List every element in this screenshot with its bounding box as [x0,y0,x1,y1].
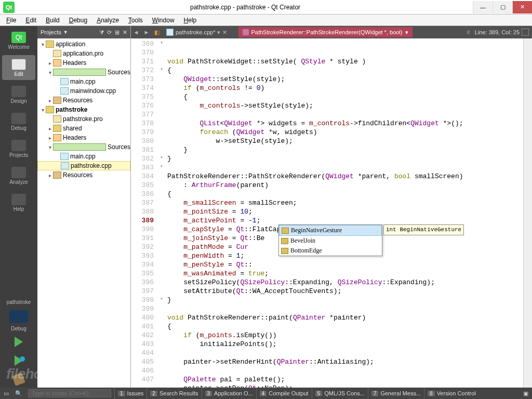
tree-item[interactable]: main.cpp [37,152,130,161]
locator-input[interactable] [28,389,111,397]
tree-item[interactable]: pathstroke.pro [37,114,130,124]
menu-build[interactable]: Build [42,16,64,25]
menu-debug[interactable]: Debug [65,16,91,25]
filter-icon[interactable]: ⧩ [99,29,104,36]
tree-twisty[interactable]: ▾ [47,144,53,150]
menu-tools[interactable]: Tools [124,16,147,25]
output-panel-tab[interactable]: 5QML/JS Cons... [312,388,368,399]
tab-close-icon[interactable]: ✕ [222,29,227,36]
tree-item[interactable]: ▸Headers [37,133,130,142]
close-button[interactable]: ✕ [512,1,532,14]
project-tree[interactable]: ▾applicationapplication.pro▸Headers▾Sour… [37,38,130,388]
sidebar-title[interactable]: Projects [41,29,61,35]
tree-twisty[interactable]: ▾ [39,107,46,113]
toggle-sidebar-icon[interactable]: ▭ [0,390,12,397]
cpp-icon [60,153,69,160]
tree-label: application.pro [63,50,103,57]
menu-window[interactable]: Window [148,16,179,25]
tree-item[interactable]: ▾Sources [37,142,130,152]
tree-twisty[interactable]: ▸ [47,60,53,66]
tree-label: pathstroke.cpp [71,162,112,169]
tree-twisty[interactable]: ▸ [47,172,53,178]
tree-item[interactable]: ▸Resources [37,96,130,105]
build-button[interactable] [12,373,25,386]
pro-icon [53,50,61,57]
source-text[interactable]: void PathStrokeWidget::setStyle( QStyle … [165,38,523,388]
minimize-button[interactable]: — [473,1,493,14]
symbol-selector[interactable]: PathStrokeRenderer::PathStrokeRenderer(Q… [238,27,413,37]
autocomplete-item[interactable]: BottomEdge [279,246,382,256]
output-toggle-icon[interactable]: ▣ [520,390,532,397]
tree-item[interactable]: ▸Headers [37,58,130,68]
kit-selector-icon[interactable] [9,310,28,323]
tree-item[interactable]: ▸Resources [37,170,130,180]
fold-gutter[interactable]: ▾▾▾▾▾ [158,38,165,388]
mode-label: Help [14,206,24,212]
tree-item[interactable]: ▾Sources [37,68,130,77]
window-title: pathstroke.cpp - pathstroke - Qt Creator [18,4,473,11]
menu-analyze[interactable]: Analyze [92,16,123,25]
menu-help[interactable]: Help [180,16,201,25]
split-icon[interactable]: ⊞ [115,29,119,36]
panel-label: Issues [127,390,144,396]
autocomplete-item[interactable]: BevelJoin [279,236,382,246]
enum-icon [282,228,289,234]
window-buttons: — ▢ ✕ [473,1,532,14]
project-sidebar: Projects ▼ ⧩ ⟳ ⊞ ✕ ▾applicationapplicati… [37,26,131,388]
editor-area: ◄ ► ◧ pathstroke.cpp* ▾ ✕ PathStrokeRend… [131,26,532,388]
mode-design[interactable]: Design [2,82,35,107]
mode-debug[interactable]: Debug [2,109,35,134]
output-panel-tab[interactable]: 3Application O... [202,388,256,399]
tree-item[interactable]: ▸shared [37,124,130,133]
vertical-scrollbar[interactable] [523,38,532,388]
dropdown-icon[interactable]: ▼ [63,30,68,35]
tree-label: Headers [63,59,86,66]
tree-item[interactable]: mainwindow.cpp [37,86,130,96]
menu-edit[interactable]: Edit [21,16,41,25]
tree-item[interactable]: main.cpp [37,77,130,86]
run-button[interactable] [15,337,23,347]
tree-twisty[interactable]: ▾ [39,42,46,47]
file-tab-label: pathstroke.cpp* [176,29,215,35]
output-panel-tab[interactable]: 1Issues [114,388,147,399]
edit-icon [11,59,26,70]
maximize-button[interactable]: ▢ [493,1,512,14]
menu-file[interactable]: File [2,16,20,25]
bookmark-icon[interactable]: ◧ [152,29,162,36]
file-tab[interactable]: pathstroke.cpp* ▾ ✕ [162,26,231,38]
tab-dropdown-icon[interactable]: ▾ [217,29,220,36]
enum-icon [281,238,288,244]
sync-icon[interactable]: ⟳ [107,29,112,36]
locator-icon[interactable]: 🔍 [12,390,25,397]
output-panel-tab[interactable]: 4Compile Output [256,388,312,399]
close-pane-icon[interactable]: ✕ [123,29,127,36]
tree-twisty[interactable]: ▸ [47,98,53,103]
debug-run-button[interactable] [15,355,23,366]
tree-item[interactable]: ▾pathstroke [37,105,130,114]
line-col-readout[interactable]: # Line: 389, Col: 25 [464,29,522,35]
tree-item[interactable]: application.pro [37,49,130,58]
mode-projects[interactable]: Projects [2,136,35,161]
nav-fwd-icon[interactable]: ► [141,29,152,35]
output-panel-tab[interactable]: 8Version Control [424,388,479,399]
output-panel-tab[interactable]: 2Search Results [147,388,201,399]
tree-label: main.cpp [70,153,96,160]
cpp-file-icon [166,29,174,36]
mode-edit[interactable]: Edit [2,55,35,80]
autocomplete-item[interactable]: BeginNativeGesture [279,225,382,236]
mode-welcome[interactable]: QtWelcome [2,28,35,53]
autocomplete-popup[interactable]: BeginNativeGestureBevelJoinBottomEdge [278,224,382,256]
mode-label: Analyze [9,179,28,185]
nav-back-icon[interactable]: ◄ [131,29,141,35]
output-panel-tab[interactable]: 7General Mess... [368,388,424,399]
tree-twisty[interactable]: ▸ [47,135,53,141]
tree-twisty[interactable]: ▸ [47,126,53,131]
split-editor-icon[interactable] [522,29,529,36]
mode-help[interactable]: Help [2,190,35,215]
tree-item[interactable]: ▾application [37,39,130,49]
tree-item[interactable]: pathstroke.cpp [37,161,130,170]
tree-twisty[interactable]: ▾ [47,70,53,75]
mode-analyze[interactable]: Analyze [2,163,35,188]
mode-label: Welcome [8,44,30,50]
code-editor[interactable]: 3693703713723733743753763773783793803813… [131,38,532,388]
